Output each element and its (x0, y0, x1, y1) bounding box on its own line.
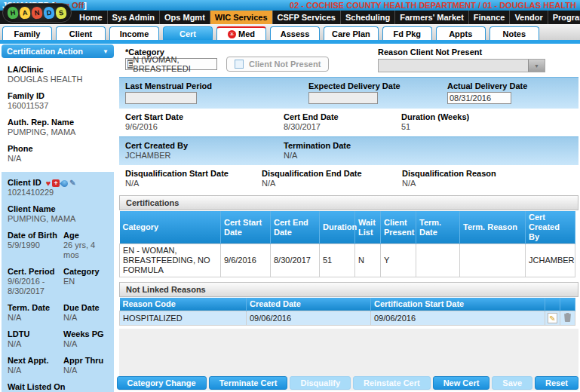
not-linked-header-row: Reason Code Created Date Certification S… (120, 298, 575, 311)
field-wait-listed-on: Wait Listed On N/A (8, 382, 108, 392)
field-dq-start-date: Disqualification Start Date N/A (125, 169, 262, 188)
field-actual-delivery-date: Actual Delivery Date 08/31/2016 (447, 81, 527, 104)
edd-input[interactable] (308, 92, 378, 104)
reason-label: Reason Client Not Present (378, 47, 545, 57)
cell-created-date: 09/06/2016 (247, 311, 371, 326)
cell-cert-start-date: 9/6/2016 (221, 244, 271, 277)
field-value: EN (63, 277, 108, 286)
dq-reason-label: Disqualification Reason (402, 169, 496, 179)
reset-button[interactable]: Reset (535, 376, 578, 390)
form-row-delivery-dates: Last Menstrual Period Expected Delivery … (119, 77, 578, 109)
cell-certification-start-date: 09/06/2016 (371, 311, 545, 326)
lmp-label: Last Menstrual Period (125, 81, 308, 91)
menu-item-csfp-services[interactable]: CSFP Services (273, 11, 341, 24)
field-value: PUMPING, MAMA (8, 127, 108, 137)
new-cert-button[interactable]: New Cert (433, 376, 490, 390)
client-not-present-group: Client Not Present (226, 57, 329, 72)
field-label: Client ID (8, 178, 41, 187)
add-value: 08/31/2016 (450, 93, 491, 103)
cell-term-reason (460, 244, 526, 277)
save-button[interactable]: Save (492, 376, 532, 390)
heart-icon[interactable]: ♥ (46, 179, 51, 187)
not-linked-reasons-table: Reason Code Created Date Certification S… (119, 298, 575, 326)
cert-start-value: 9/6/2016 (125, 122, 284, 132)
field-phone: Phone N/A (8, 144, 108, 164)
bracket: ] (84, 1, 87, 10)
cell-cert-end-date: 8/30/2017 (271, 244, 320, 277)
sidebar-family-info: LA/Clinic DOUGLAS HEALTH Family ID 16001… (2, 58, 114, 172)
reinstate-cert-button[interactable]: Reinstate Cert (353, 376, 431, 390)
logo-hand-h: H (7, 6, 19, 20)
menu-item-finance[interactable]: Finance (469, 11, 511, 24)
col-delete (560, 298, 575, 311)
menu-item-program-integrity[interactable]: Program Integrity (548, 11, 580, 24)
tab-client[interactable]: Client (56, 26, 106, 40)
add-input[interactable]: 08/31/2016 (447, 92, 511, 104)
menu-item-sys-admin[interactable]: Sys Admin (108, 11, 160, 24)
tab-appts-label: Appts (449, 29, 472, 38)
tab-cert[interactable]: Cert (163, 26, 213, 40)
trash-icon[interactable] (563, 312, 572, 324)
col-wait-list: Wait List (355, 211, 381, 244)
category-change-button[interactable]: Category Change (117, 376, 207, 390)
tab-care-plan[interactable]: Care Plan (324, 26, 379, 40)
tab-family[interactable]: Family (2, 26, 52, 40)
col-certification-start-date: Certification Start Date (371, 298, 545, 311)
edit-row-icon[interactable]: ✎ (548, 313, 557, 323)
field-value: N/A (8, 366, 63, 375)
tab-assess[interactable]: Assess (270, 26, 320, 40)
tab-income-label: Income (120, 29, 149, 38)
dq-start-value: N/A (125, 179, 262, 188)
tab-income[interactable]: Income (109, 26, 159, 40)
pair-term-due: Term. Date N/A Due Date N/A (8, 303, 108, 323)
edit-pencil-icon[interactable]: ✎ (69, 179, 75, 187)
not-linked-reason-row[interactable]: HOSPITALIZED 09/06/2016 09/06/2016 ✎ (120, 311, 575, 326)
menu-item-farmers-market[interactable]: Farmers' Market (395, 11, 469, 24)
reason-dropdown[interactable]: ▼ (378, 59, 545, 72)
logo-hand-n: N (31, 6, 43, 20)
edd-label: Expected Delivery Date (308, 81, 447, 91)
dq-end-label: Disqualification End Date (262, 169, 402, 179)
drop-icon[interactable] (60, 179, 69, 188)
terminate-cert-button[interactable]: Terminate Cert (209, 376, 288, 390)
client-not-present-checkbox[interactable] (235, 60, 244, 69)
cert-end-label: Cert End Date (284, 112, 401, 122)
sidebar-panel-title: Certification Action (7, 47, 83, 56)
field-termination-date: Termination Date N/A (284, 141, 351, 161)
field-label: Cert. Period (8, 267, 63, 277)
created-by-label: Cert Created By (125, 141, 284, 151)
disqualify-button[interactable]: Disqualify (290, 376, 351, 390)
pair-nextappt-apprthru: Next Appt. N/A Appr Thru N/A (8, 356, 108, 375)
menu-item-wic-services[interactable]: WIC Services (210, 11, 273, 24)
lmp-input[interactable] (125, 92, 197, 104)
category-input[interactable]: EN (WOMAN, BREASTFEEDI (125, 58, 217, 70)
tab-notes[interactable]: Notes (489, 26, 539, 40)
menu-item-scheduling[interactable]: Scheduling (341, 11, 395, 24)
tab-fd-pkg[interactable]: Fd Pkg (382, 26, 432, 40)
category-selected-text: E (127, 60, 133, 69)
col-edit (545, 298, 560, 311)
col-duration: Duration (320, 211, 355, 244)
medical-cross-icon[interactable]: + (52, 179, 60, 187)
menu-item-ops-mgmt[interactable]: Ops Mgmt (160, 11, 210, 24)
tab-care-plan-label: Care Plan (332, 29, 370, 38)
termination-value: N/A (284, 151, 351, 161)
main-menu-bar: H A N D S Home Sys Admin Ops Mgmt WIC Se… (0, 11, 580, 24)
menu-item-vendor[interactable]: Vendor (510, 11, 548, 24)
col-term-reason: Term. Reason (460, 211, 526, 244)
col-category: Category (120, 211, 221, 244)
field-label: Next Appt. (8, 356, 63, 366)
col-created-date: Created Date (247, 298, 371, 311)
cell-cert-created-by: JCHAMBER (526, 244, 575, 277)
termination-label: Termination Date (284, 141, 351, 151)
pair-ldtu-weekspg: LDTU N/A Weeks PG N/A (8, 329, 108, 349)
field-reason-client-not-present: Reason Client Not Present ▼ (378, 47, 545, 72)
certification-action-dropdown[interactable]: Certification Action ▼ (2, 44, 114, 58)
tab-appts[interactable]: Appts (436, 26, 486, 40)
certification-row[interactable]: EN - WOMAN, BREASTFEEDING, NO FORMULA 9/… (120, 244, 575, 277)
form-row-disqualification: Disqualification Start Date N/A Disquali… (119, 165, 578, 193)
menu-item-home[interactable]: Home (75, 11, 108, 24)
field-cert-created-by: Cert Created By JCHAMBER (125, 141, 284, 161)
tab-notes-label: Notes (502, 29, 526, 38)
tab-med[interactable]: ✳ Med (216, 26, 266, 40)
